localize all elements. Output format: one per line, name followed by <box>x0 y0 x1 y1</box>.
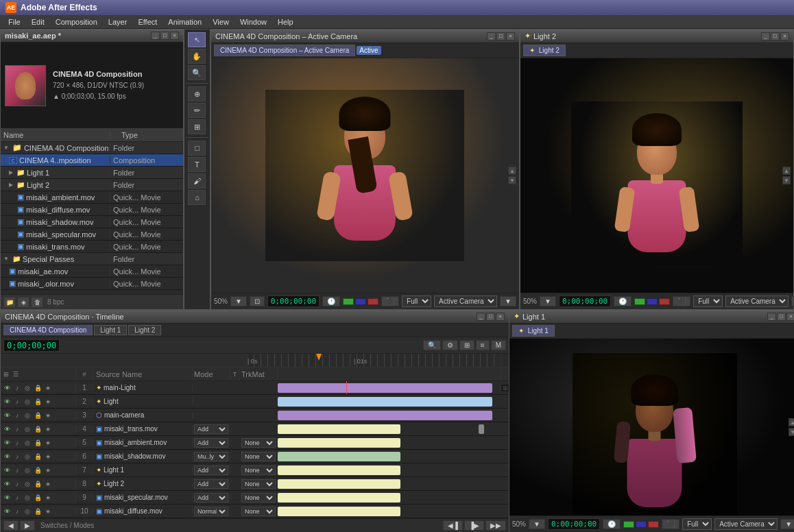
l1-alpha-btn[interactable]: ⬛ <box>662 519 679 529</box>
tl-row-mode-8[interactable]: Add <box>193 479 230 489</box>
tl-row-track-7[interactable] <box>278 463 501 476</box>
shy-btn[interactable]: ★ <box>43 452 53 461</box>
tl-row-mode-4[interactable]: Add <box>193 424 230 434</box>
table-row[interactable]: 👁 ♪ ◎ 🔒 ★ 6 ▣ misaki_shadow.mov Mu..ly <box>1 450 509 463</box>
tl-row-track-3[interactable] <box>278 409 501 422</box>
tl-close-btn[interactable]: × <box>496 313 505 321</box>
audio-btn[interactable]: ♪ <box>12 397 22 407</box>
tl-row-mode-5[interactable]: Add <box>193 438 230 448</box>
l2-zoom-btn[interactable]: ▼ <box>540 296 556 306</box>
scroll-down-btn[interactable]: ▼ <box>508 176 516 184</box>
hand-tool[interactable]: ✋ <box>188 49 206 64</box>
list-item[interactable]: ▣ misaki_trans.mov Quick... Movie <box>1 241 183 253</box>
l2-scroll-down[interactable]: ▼ <box>782 176 791 184</box>
blue-channel[interactable] <box>355 298 366 305</box>
l1-quality-select[interactable]: Full <box>682 518 712 530</box>
lock-btn[interactable]: 🔒 <box>33 411 43 420</box>
shy-btn[interactable]: ★ <box>43 424 53 434</box>
new-comp-btn[interactable]: ◈ <box>17 297 29 308</box>
table-row[interactable]: 👁 ♪ ◎ 🔒 ★ 8 ✦ Light 2 Add <box>1 477 509 491</box>
light2-close-btn[interactable]: × <box>780 32 789 40</box>
list-item[interactable]: C CINEMA 4..mposition Composition <box>1 154 183 167</box>
list-item[interactable]: ▼ 📁 Special Passes Folder <box>1 253 183 265</box>
audio-btn[interactable]: ♪ <box>12 424 22 434</box>
trkmat-select-9[interactable]: None <box>241 493 276 503</box>
select-tool[interactable]: ↖ <box>188 32 206 47</box>
tl-row-track-5[interactable] <box>278 436 501 449</box>
tl-option3-btn[interactable]: M <box>491 340 506 350</box>
tl-row-track-1[interactable] <box>278 381 501 394</box>
solo-btn[interactable]: ◎ <box>23 452 32 461</box>
col-name[interactable]: Name <box>1 131 110 139</box>
menu-view[interactable]: View <box>207 16 234 27</box>
tl-ram-preview-btn[interactable]: ▶▶ <box>485 520 506 531</box>
tl-tab-comp[interactable]: CINEMA 4D Composition <box>3 325 93 335</box>
lock-btn[interactable]: 🔒 <box>33 383 43 393</box>
new-folder-btn[interactable]: 📁 <box>3 297 16 308</box>
light1-close-btn[interactable]: × <box>786 313 794 321</box>
visibility-btn[interactable]: 👁 <box>2 493 12 503</box>
trkmat-select-8[interactable]: None <box>241 479 276 489</box>
tl-row-trkmat-9[interactable]: None <box>240 493 278 503</box>
visibility-btn[interactable]: 👁 <box>2 479 12 489</box>
table-row[interactable]: 👁 ♪ ◎ 🔒 ★ 5 ▣ misaki_ambient.mov Add <box>1 436 509 450</box>
mode-select-6[interactable]: Mu..ly <box>194 452 228 461</box>
tl-row-track-8[interactable] <box>278 477 501 490</box>
tl-row-trkmat-7[interactable]: None <box>240 466 278 475</box>
lock-btn[interactable]: 🔒 <box>33 424 43 434</box>
l2-green-ch[interactable] <box>634 298 645 305</box>
audio-btn[interactable]: ♪ <box>12 438 22 448</box>
trkmat-select-6[interactable]: None <box>241 452 276 461</box>
col-type[interactable]: Type <box>119 131 183 139</box>
mode-select-5[interactable]: Add <box>194 438 228 448</box>
trkmat-select-10[interactable]: None <box>241 507 276 516</box>
shy-btn[interactable]: ★ <box>43 479 53 489</box>
viewer-options-btn[interactable]: ▼ <box>500 296 516 306</box>
tl-row-track-10[interactable] <box>278 505 501 518</box>
tl-row-track-4[interactable] <box>278 422 501 435</box>
visibility-btn[interactable]: 👁 <box>2 438 12 448</box>
quality-select[interactable]: Full <box>402 295 431 307</box>
l1-scroll-down[interactable]: ▼ <box>789 428 794 436</box>
tl-row-track-9[interactable] <box>278 491 501 504</box>
l1-timecode[interactable]: 0;00;00;00 <box>548 518 600 530</box>
list-item[interactable]: ▣ misaki_ambient.mov Quick... Movie <box>1 191 183 204</box>
tl-prev-btn[interactable]: ◀ <box>3 520 19 531</box>
list-item[interactable]: ▶ 📁 Light 1 Folder <box>1 167 183 179</box>
audio-btn[interactable]: ♪ <box>12 507 22 516</box>
visibility-btn[interactable]: 👁 <box>2 507 12 516</box>
audio-btn[interactable]: ♪ <box>12 452 22 461</box>
trkmat-select-7[interactable]: None <box>241 466 276 475</box>
l2-scroll-up[interactable]: ▲ <box>782 167 791 175</box>
fit-btn[interactable]: ⊡ <box>250 296 265 306</box>
shy-btn[interactable]: ★ <box>43 411 53 420</box>
l1-red-ch[interactable] <box>648 521 659 528</box>
l2-quality-select[interactable]: Full <box>693 295 723 307</box>
visibility-btn[interactable]: 👁 <box>2 424 12 434</box>
tl-search-btn[interactable]: 🔍 <box>423 340 441 350</box>
list-item[interactable]: ▣ misaki_specular.mov Quick... Movie <box>1 228 183 241</box>
menu-animation[interactable]: Animation <box>163 16 207 27</box>
lock-btn[interactable]: 🔒 <box>33 493 43 503</box>
solo-btn[interactable]: ◎ <box>23 411 32 420</box>
l1-camera-select[interactable]: Active Camera <box>714 518 778 530</box>
tl-row-expand-1[interactable]: ⊞ <box>501 385 509 391</box>
tl-row-track-6[interactable] <box>278 450 501 463</box>
comp-canvas[interactable]: ▲ ▼ <box>211 58 519 293</box>
menu-file[interactable]: File <box>3 16 26 27</box>
table-row[interactable]: 👁 ♪ ◎ 🔒 ★ 7 ✦ Light 1 Add <box>1 463 509 477</box>
visibility-btn[interactable]: 👁 <box>2 383 12 393</box>
shape-tool[interactable]: □ <box>188 141 206 156</box>
lock-btn[interactable]: 🔒 <box>33 452 43 461</box>
lock-btn[interactable]: 🔒 <box>33 438 43 448</box>
light2-maximize-btn[interactable]: □ <box>771 32 780 40</box>
list-item[interactable]: ▶ 📁 Light 2 Folder <box>1 179 183 191</box>
solo-btn[interactable]: ◎ <box>23 466 32 475</box>
tl-tab-light1[interactable]: Light 1 <box>94 325 127 335</box>
audio-btn[interactable]: ♪ <box>12 383 22 393</box>
tl-play-fwd-btn[interactable]: ▐▶ <box>464 520 484 531</box>
green-channel[interactable] <box>343 298 354 305</box>
mode-select-9[interactable]: Add <box>194 493 228 503</box>
light1-canvas[interactable]: ▲ ▼ <box>509 339 794 516</box>
tl-next-btn[interactable]: ▶ <box>20 520 35 531</box>
